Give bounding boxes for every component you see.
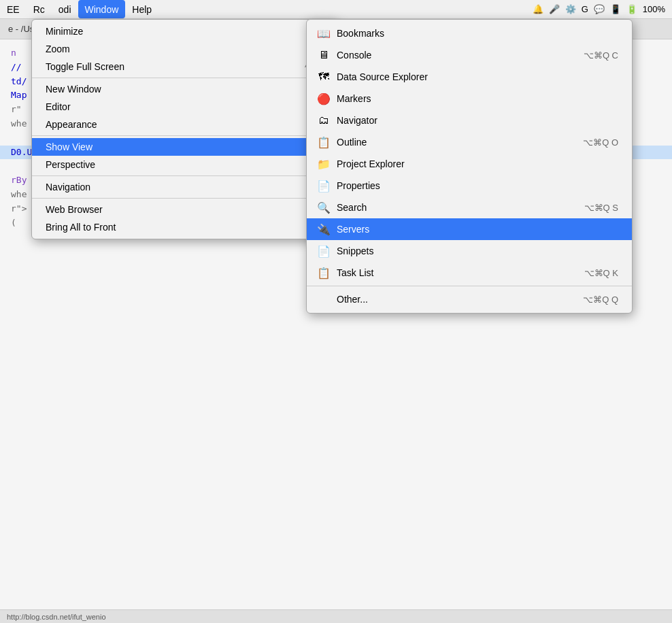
status-url: http://blog.csdn.net/ifut_wenio <box>7 613 106 621</box>
menu-item-show-view[interactable]: Show View ▶ <box>32 138 337 156</box>
separator-3 <box>32 175 337 176</box>
servers-icon: 🔌 <box>316 222 331 237</box>
data-source-icon: 🗺 <box>316 69 331 84</box>
code-line-2: // <box>11 62 22 72</box>
settings-icon: ⚙️ <box>565 4 576 14</box>
menu-item-rc[interactable]: Rc <box>27 0 52 18</box>
menu-item-web-browser[interactable]: Web Browser ▶ <box>32 201 337 218</box>
snippets-label: Snippets <box>337 246 373 256</box>
menu-item-toggle-fullscreen[interactable]: Toggle Full Screen ^⌘F <box>32 58 337 75</box>
menu-item-fullscreen-label: Toggle Full Screen <box>46 61 278 72</box>
menu-item-new-window-label: New Window <box>46 84 323 95</box>
servers-label: Servers <box>337 224 369 235</box>
separator-1 <box>32 78 337 78</box>
code-line-9: whe <box>11 189 27 199</box>
search-shortcut: ⌥⌘Q S <box>584 203 618 213</box>
submenu-item-other[interactable]: Other... ⌥⌘Q Q <box>307 288 632 310</box>
submenu-item-task-list[interactable]: 📋 Task List ⌥⌘Q K <box>307 262 632 284</box>
menu-item-bring-all-label: Bring All to Front <box>46 222 323 233</box>
menu-item-navigation-label: Navigation <box>46 182 317 192</box>
console-shortcut: ⌥⌘Q C <box>584 50 618 61</box>
battery-percent: 100% <box>643 4 665 14</box>
status-bar: http://blog.csdn.net/ifut_wenio <box>0 609 672 623</box>
menu-item-minimize[interactable]: Minimize <box>32 22 337 40</box>
chat-icon: 💬 <box>594 4 605 14</box>
markers-label: Markers <box>337 93 371 104</box>
properties-label: Properties <box>337 180 380 191</box>
code-line-5: r" <box>11 104 22 114</box>
menu-item-new-window[interactable]: New Window <box>32 80 337 98</box>
menu-bar: EE Rc odi Window Help 🔔 🎤 ⚙️ G 💬 📱 🔋 100… <box>0 0 672 19</box>
properties-icon: 📄 <box>316 178 331 193</box>
grammarly-icon: G <box>582 4 588 14</box>
separator-4 <box>32 198 337 199</box>
data-source-label: Data Source Explorer <box>337 71 428 82</box>
menu-item-help[interactable]: Help <box>125 0 158 18</box>
phone-icon: 📱 <box>610 4 621 14</box>
submenu-item-markers[interactable]: 🔴 Markers <box>307 88 632 110</box>
project-explorer-label: Project Explorer <box>337 158 405 169</box>
submenu-item-data-source-explorer[interactable]: 🗺 Data Source Explorer <box>307 66 632 88</box>
task-list-icon: 📋 <box>316 265 331 280</box>
code-line-10: r"> <box>11 203 27 214</box>
menu-item-editor-label: Editor <box>46 101 317 112</box>
code-line-3: td/ <box>11 76 27 86</box>
submenu-item-servers[interactable]: 🔌 Servers <box>307 218 632 240</box>
outline-shortcut: ⌥⌘Q O <box>583 137 618 148</box>
markers-icon: 🔴 <box>316 91 331 106</box>
menu-item-zoom-label: Zoom <box>46 44 323 54</box>
other-label: Other... <box>337 294 368 305</box>
project-explorer-icon: 📁 <box>316 156 331 171</box>
menu-item-web-browser-label: Web Browser <box>46 204 317 215</box>
menu-item-bring-all-to-front[interactable]: Bring All to Front <box>32 218 337 236</box>
menu-item-odi[interactable]: odi <box>52 0 78 18</box>
menu-item-zoom[interactable]: Zoom <box>32 40 337 58</box>
battery-icon: 🔋 <box>626 4 637 14</box>
submenu-item-navigator[interactable]: 🗂 Navigator <box>307 110 632 131</box>
task-list-label: Task List <box>337 267 373 278</box>
bookmarks-label: Bookmarks <box>337 28 384 39</box>
menu-item-appearance-label: Appearance <box>46 119 317 130</box>
console-label: Console <box>337 50 371 61</box>
menu-item-ee[interactable]: EE <box>0 0 27 18</box>
menu-item-perspective[interactable]: Perspective ▶ <box>32 156 337 173</box>
code-line-1: n <box>11 48 16 58</box>
outline-label: Outline <box>337 137 367 148</box>
mic-icon: 🎤 <box>549 4 560 14</box>
window-dropdown-menu: Minimize Zoom Toggle Full Screen ^⌘F New… <box>31 19 337 239</box>
show-view-submenu: 📖 Bookmarks 🖥 Console ⌥⌘Q C 🗺 Data Sourc… <box>306 19 633 314</box>
menu-item-appearance[interactable]: Appearance ▶ <box>32 116 337 133</box>
code-line-11: ( <box>11 218 16 228</box>
code-line-4: Map <box>11 90 27 100</box>
bookmarks-icon: 📖 <box>316 26 331 41</box>
menu-item-editor[interactable]: Editor ▶ <box>32 98 337 116</box>
menu-item-perspective-label: Perspective <box>46 159 317 170</box>
submenu-item-bookmarks[interactable]: 📖 Bookmarks <box>307 22 632 44</box>
snippets-icon: 📄 <box>316 243 331 258</box>
submenu-item-console[interactable]: 🖥 Console ⌥⌘Q C <box>307 44 632 66</box>
separator-2 <box>32 135 337 136</box>
menu-item-show-view-label: Show View <box>46 141 317 152</box>
submenu-item-project-explorer[interactable]: 📁 Project Explorer <box>307 153 632 175</box>
menu-item-minimize-label: Minimize <box>46 26 323 37</box>
search-label: Search <box>337 202 367 213</box>
other-icon <box>316 292 331 307</box>
code-line-6: whe <box>11 118 27 129</box>
code-line-8: rBy <box>11 175 27 185</box>
console-icon: 🖥 <box>316 48 331 63</box>
submenu-item-properties[interactable]: 📄 Properties <box>307 175 632 197</box>
other-shortcut: ⌥⌘Q Q <box>583 294 618 305</box>
menu-item-navigation[interactable]: Navigation ▶ <box>32 178 337 196</box>
submenu-item-outline[interactable]: 📋 Outline ⌥⌘Q O <box>307 131 632 153</box>
menu-item-window[interactable]: Window <box>78 0 126 18</box>
submenu-item-search[interactable]: 🔍 Search ⌥⌘Q S <box>307 197 632 218</box>
search-icon: 🔍 <box>316 200 331 215</box>
outline-icon: 📋 <box>316 135 331 150</box>
navigator-icon: 🗂 <box>316 113 331 128</box>
submenu-item-snippets[interactable]: 📄 Snippets <box>307 240 632 262</box>
submenu-separator <box>307 286 632 286</box>
notification-icon: 🔔 <box>533 4 543 14</box>
navigator-label: Navigator <box>337 115 377 126</box>
task-list-shortcut: ⌥⌘Q K <box>584 268 618 278</box>
menu-bar-right: 🔔 🎤 ⚙️ G 💬 📱 🔋 100% <box>533 4 672 14</box>
